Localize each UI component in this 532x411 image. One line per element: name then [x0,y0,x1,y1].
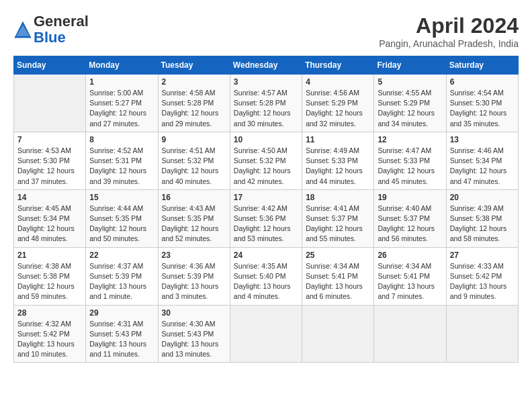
calendar-table: SundayMondayTuesdayWednesdayThursdayFrid… [13,56,519,363]
day-info: Sunrise: 4:30 AM Sunset: 5:43 PM Dayligh… [162,319,226,360]
day-cell: 9Sunrise: 4:51 AM Sunset: 5:32 PM Daylig… [158,132,230,189]
week-row-1: 1Sunrise: 5:00 AM Sunset: 5:27 PM Daylig… [14,75,519,132]
day-cell: 23Sunrise: 4:36 AM Sunset: 5:39 PM Dayli… [158,247,230,305]
day-info: Sunrise: 4:54 AM Sunset: 5:30 PM Dayligh… [450,88,515,129]
day-number: 6 [450,77,515,87]
day-cell: 21Sunrise: 4:38 AM Sunset: 5:38 PM Dayli… [14,247,86,305]
day-cell: 22Sunrise: 4:37 AM Sunset: 5:39 PM Dayli… [86,247,158,305]
day-cell: 24Sunrise: 4:35 AM Sunset: 5:40 PM Dayli… [230,247,302,305]
weekday-header-tuesday: Tuesday [158,56,230,75]
day-cell [446,305,518,363]
weekday-header-wednesday: Wednesday [230,56,302,75]
day-cell: 20Sunrise: 4:39 AM Sunset: 5:38 PM Dayli… [446,189,518,247]
day-number: 1 [89,77,154,87]
weekday-header-friday: Friday [374,56,446,75]
day-info: Sunrise: 4:32 AM Sunset: 5:42 PM Dayligh… [17,319,82,360]
day-number: 13 [450,135,515,144]
day-info: Sunrise: 4:57 AM Sunset: 5:28 PM Dayligh… [234,88,298,129]
day-info: Sunrise: 4:47 AM Sunset: 5:33 PM Dayligh… [378,146,442,187]
logo-icon [13,20,32,39]
day-info: Sunrise: 4:46 AM Sunset: 5:34 PM Dayligh… [450,146,515,187]
day-cell: 27Sunrise: 4:33 AM Sunset: 5:42 PM Dayli… [446,247,518,305]
day-number: 29 [89,308,154,318]
day-info: Sunrise: 4:49 AM Sunset: 5:33 PM Dayligh… [306,146,370,187]
day-number: 24 [234,250,298,260]
week-row-4: 21Sunrise: 4:38 AM Sunset: 5:38 PM Dayli… [14,247,519,305]
day-cell: 18Sunrise: 4:41 AM Sunset: 5:37 PM Dayli… [302,189,374,247]
day-info: Sunrise: 4:52 AM Sunset: 5:31 PM Dayligh… [89,146,154,187]
day-number: 3 [234,77,298,87]
day-cell: 10Sunrise: 4:50 AM Sunset: 5:32 PM Dayli… [230,132,302,189]
day-cell: 28Sunrise: 4:32 AM Sunset: 5:42 PM Dayli… [14,305,86,363]
day-cell: 30Sunrise: 4:30 AM Sunset: 5:43 PM Dayli… [158,305,230,363]
day-info: Sunrise: 4:36 AM Sunset: 5:39 PM Dayligh… [162,261,226,302]
day-cell [14,75,86,132]
day-info: Sunrise: 4:42 AM Sunset: 5:36 PM Dayligh… [234,203,298,244]
day-number: 15 [89,193,154,202]
day-info: Sunrise: 4:38 AM Sunset: 5:38 PM Dayligh… [17,261,82,302]
week-row-2: 7Sunrise: 4:53 AM Sunset: 5:30 PM Daylig… [14,132,519,189]
day-number: 14 [17,193,82,202]
day-number: 8 [89,135,154,144]
day-number: 2 [162,77,226,87]
weekday-header-saturday: Saturday [446,56,518,75]
day-cell: 14Sunrise: 4:45 AM Sunset: 5:34 PM Dayli… [14,189,86,247]
day-number: 18 [306,193,370,202]
day-info: Sunrise: 4:58 AM Sunset: 5:28 PM Dayligh… [162,88,226,129]
day-cell: 19Sunrise: 4:40 AM Sunset: 5:37 PM Dayli… [374,189,446,247]
day-cell [230,305,302,363]
week-row-3: 14Sunrise: 4:45 AM Sunset: 5:34 PM Dayli… [14,189,519,247]
day-cell: 16Sunrise: 4:43 AM Sunset: 5:35 PM Dayli… [158,189,230,247]
day-info: Sunrise: 4:50 AM Sunset: 5:32 PM Dayligh… [234,146,298,187]
day-info: Sunrise: 4:40 AM Sunset: 5:37 PM Dayligh… [378,203,442,244]
day-number: 27 [450,250,515,260]
day-number: 30 [162,308,226,318]
day-info: Sunrise: 4:51 AM Sunset: 5:32 PM Dayligh… [162,146,226,187]
day-cell: 15Sunrise: 4:44 AM Sunset: 5:35 PM Dayli… [86,189,158,247]
weekday-header-row: SundayMondayTuesdayWednesdayThursdayFrid… [14,56,519,75]
day-info: Sunrise: 4:33 AM Sunset: 5:42 PM Dayligh… [450,261,515,302]
logo: General Blue [13,13,89,46]
day-info: Sunrise: 4:45 AM Sunset: 5:34 PM Dayligh… [17,203,82,244]
day-info: Sunrise: 4:43 AM Sunset: 5:35 PM Dayligh… [162,203,226,244]
day-number: 19 [378,193,442,202]
month-year: April 2024 [379,13,519,38]
day-number: 21 [17,250,82,260]
day-number: 12 [378,135,442,144]
day-cell: 1Sunrise: 5:00 AM Sunset: 5:27 PM Daylig… [86,75,158,132]
day-cell: 13Sunrise: 4:46 AM Sunset: 5:34 PM Dayli… [446,132,518,189]
day-cell: 25Sunrise: 4:34 AM Sunset: 5:41 PM Dayli… [302,247,374,305]
day-info: Sunrise: 4:39 AM Sunset: 5:38 PM Dayligh… [450,203,515,244]
day-cell: 4Sunrise: 4:56 AM Sunset: 5:29 PM Daylig… [302,75,374,132]
day-cell [302,305,374,363]
day-cell: 8Sunrise: 4:52 AM Sunset: 5:31 PM Daylig… [86,132,158,189]
day-cell: 12Sunrise: 4:47 AM Sunset: 5:33 PM Dayli… [374,132,446,189]
day-cell: 3Sunrise: 4:57 AM Sunset: 5:28 PM Daylig… [230,75,302,132]
day-cell: 26Sunrise: 4:34 AM Sunset: 5:41 PM Dayli… [374,247,446,305]
day-cell: 17Sunrise: 4:42 AM Sunset: 5:36 PM Dayli… [230,189,302,247]
day-info: Sunrise: 5:00 AM Sunset: 5:27 PM Dayligh… [89,88,154,129]
day-cell [374,305,446,363]
location: Pangin, Arunachal Pradesh, India [379,38,519,49]
day-number: 25 [306,250,370,260]
day-number: 28 [17,308,82,318]
day-cell: 6Sunrise: 4:54 AM Sunset: 5:30 PM Daylig… [446,75,518,132]
day-number: 16 [162,193,226,202]
logo-text: General Blue [34,13,89,46]
day-number: 9 [162,135,226,144]
weekday-header-thursday: Thursday [302,56,374,75]
title-block: April 2024 Pangin, Arunachal Pradesh, In… [379,13,519,49]
day-cell: 5Sunrise: 4:55 AM Sunset: 5:29 PM Daylig… [374,75,446,132]
week-row-5: 28Sunrise: 4:32 AM Sunset: 5:42 PM Dayli… [14,305,519,363]
day-cell: 7Sunrise: 4:53 AM Sunset: 5:30 PM Daylig… [14,132,86,189]
day-number: 11 [306,135,370,144]
day-info: Sunrise: 4:35 AM Sunset: 5:40 PM Dayligh… [234,261,298,302]
day-info: Sunrise: 4:37 AM Sunset: 5:39 PM Dayligh… [89,261,154,302]
day-number: 10 [234,135,298,144]
day-number: 20 [450,193,515,202]
day-info: Sunrise: 4:56 AM Sunset: 5:29 PM Dayligh… [306,88,370,129]
day-info: Sunrise: 4:41 AM Sunset: 5:37 PM Dayligh… [306,203,370,244]
day-number: 5 [378,77,442,87]
day-info: Sunrise: 4:34 AM Sunset: 5:41 PM Dayligh… [306,261,370,302]
day-info: Sunrise: 4:55 AM Sunset: 5:29 PM Dayligh… [378,88,442,129]
